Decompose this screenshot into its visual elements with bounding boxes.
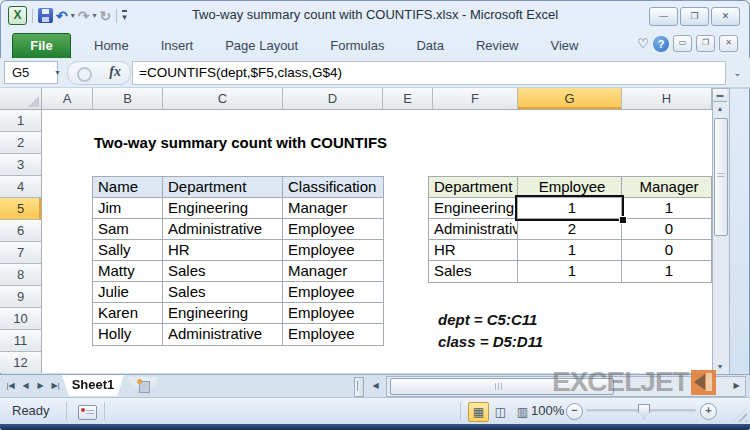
column-header-h[interactable]: H <box>622 88 712 110</box>
cell-h6[interactable]: 0 <box>622 219 711 240</box>
restore-button[interactable]: ❐ <box>680 7 709 26</box>
vertical-scroll-thumb[interactable] <box>714 118 728 236</box>
workbook-minimize-icon[interactable]: ▭ <box>673 35 692 52</box>
undo-icon[interactable]: ↶ <box>56 8 68 24</box>
cell-c11[interactable]: Administrative <box>163 324 283 345</box>
redo-dropdown-icon[interactable]: ▾ <box>92 8 96 24</box>
column-header-f[interactable]: F <box>433 88 518 110</box>
cell-f7[interactable]: HR <box>429 240 518 261</box>
split-box-icon[interactable]: ▬ <box>713 89 727 102</box>
macro-record-icon[interactable] <box>78 405 97 420</box>
view-page-break-icon[interactable]: ▥ <box>512 402 533 422</box>
cell-f6[interactable]: Administrative <box>429 219 518 240</box>
tab-data[interactable]: Data <box>400 33 459 58</box>
cell-b11[interactable]: Holly <box>93 324 163 345</box>
column-header-g-selected[interactable]: G <box>518 88 622 110</box>
redo-icon[interactable]: ↷ <box>78 8 90 24</box>
row-header-4[interactable]: 4 <box>0 176 42 198</box>
cell-g8[interactable]: 1 <box>518 261 622 282</box>
zoom-slider[interactable] <box>586 409 696 412</box>
hscroll-left-icon[interactable]: ◀ <box>368 376 383 395</box>
cell-c6[interactable]: Administrative <box>163 219 283 240</box>
insert-function-icon[interactable]: fx <box>109 64 121 80</box>
formula-input[interactable]: =COUNTIFS(dept,$F5,class,G$4) <box>132 61 726 85</box>
close-button[interactable]: ✕ <box>711 7 740 26</box>
cell-d5[interactable]: Manager <box>283 198 383 219</box>
zoom-level[interactable]: 100% <box>531 403 564 418</box>
next-sheet-icon[interactable]: ▶ <box>33 376 48 395</box>
minimize-button[interactable]: — <box>649 7 678 26</box>
cell-h5[interactable]: 1 <box>622 198 711 219</box>
row-header-12[interactable]: 12 <box>0 352 42 373</box>
column-header-d[interactable]: D <box>283 88 383 110</box>
prev-sheet-icon[interactable]: ◀ <box>18 376 33 395</box>
view-page-layout-icon[interactable]: ◫ <box>490 402 511 422</box>
tab-formulas[interactable]: Formulas <box>314 33 400 58</box>
help-icon[interactable]: ? <box>653 36 669 52</box>
cell-b9[interactable]: Julie <box>93 282 163 303</box>
cell-b6[interactable]: Sam <box>93 219 163 240</box>
cell-h8[interactable]: 1 <box>622 261 711 282</box>
active-cell-selection[interactable] <box>515 195 624 221</box>
vertical-scrollbar[interactable]: ▬ ▲ ▼ <box>712 88 730 375</box>
row-header-8[interactable]: 8 <box>0 264 42 286</box>
zoom-out-icon[interactable]: − <box>566 403 583 420</box>
row-header-11[interactable]: 11 <box>0 330 42 352</box>
cell-c10[interactable]: Engineering <box>163 303 283 324</box>
row-header-3[interactable]: 3 <box>0 154 42 176</box>
cell-b7[interactable]: Sally <box>93 240 163 261</box>
column-header-e[interactable]: E <box>383 88 433 110</box>
tab-insert[interactable]: Insert <box>145 33 210 58</box>
cell-d10[interactable]: Employee <box>283 303 383 324</box>
scroll-up-icon[interactable]: ▲ <box>713 102 727 116</box>
zoom-slider-thumb[interactable] <box>638 404 650 419</box>
cell-c9[interactable]: Sales <box>163 282 283 303</box>
row-header-7[interactable]: 7 <box>0 242 42 264</box>
first-sheet-icon[interactable]: |◀ <box>3 376 18 395</box>
row-header-9[interactable]: 9 <box>0 286 42 308</box>
customize-qat-icon[interactable]: ▾ <box>122 10 127 22</box>
cell-c8[interactable]: Sales <box>163 261 283 282</box>
undo-dropdown-icon[interactable]: ▾ <box>71 8 75 24</box>
cell-d11[interactable]: Employee <box>283 324 383 345</box>
row-header-1[interactable]: 1 <box>0 110 42 132</box>
column-header-a[interactable]: A <box>42 88 93 110</box>
resize-grip[interactable] <box>733 408 747 422</box>
table-header-cell[interactable]: Classification <box>283 177 383 198</box>
cell-b8[interactable]: Matty <box>93 261 163 282</box>
tab-home[interactable]: Home <box>78 33 145 58</box>
cell-c5[interactable]: Engineering <box>163 198 283 219</box>
tab-view[interactable]: View <box>535 33 595 58</box>
heart-icon[interactable]: ♡ <box>637 36 649 52</box>
last-sheet-icon[interactable]: ▶| <box>48 376 63 395</box>
column-header-b[interactable]: B <box>93 88 163 110</box>
cell-b10[interactable]: Karen <box>93 303 163 324</box>
view-normal-icon[interactable]: ▦ <box>468 402 489 422</box>
table-header-cell[interactable]: Department <box>429 177 518 198</box>
table-header-cell[interactable]: Manager <box>622 177 711 198</box>
cell-d9[interactable]: Employee <box>283 282 383 303</box>
name-box-dropdown-icon[interactable]: ▾ <box>50 61 65 84</box>
cell-h7[interactable]: 0 <box>622 240 711 261</box>
cell-g6[interactable]: 2 <box>518 219 622 240</box>
row-header-5-selected[interactable]: 5 <box>0 198 42 220</box>
cell-f5[interactable]: Engineering <box>429 198 518 219</box>
tab-file[interactable]: File <box>12 33 71 60</box>
row-header-6[interactable]: 6 <box>0 220 42 242</box>
column-header-c[interactable]: C <box>163 88 283 110</box>
tab-split-handle[interactable] <box>354 377 364 397</box>
row-header-2[interactable]: 2 <box>0 132 42 154</box>
fill-handle[interactable] <box>619 216 627 224</box>
zoom-in-icon[interactable]: + <box>700 403 717 420</box>
sheet-tab-sheet1[interactable]: Sheet1 <box>62 375 124 396</box>
expand-formula-bar-icon[interactable]: ⌄ <box>729 61 746 84</box>
excel-app-icon[interactable]: X <box>8 6 27 25</box>
select-all-corner[interactable] <box>0 88 42 110</box>
row-header-10[interactable]: 10 <box>0 308 42 330</box>
cell-d7[interactable]: Employee <box>283 240 383 261</box>
cell-b5[interactable]: Jim <box>93 198 163 219</box>
workbook-close-icon[interactable]: ✕ <box>719 35 738 52</box>
workbook-restore-icon[interactable]: ❐ <box>696 35 715 52</box>
cell-d8[interactable]: Manager <box>283 261 383 282</box>
cell-f8[interactable]: Sales <box>429 261 518 282</box>
